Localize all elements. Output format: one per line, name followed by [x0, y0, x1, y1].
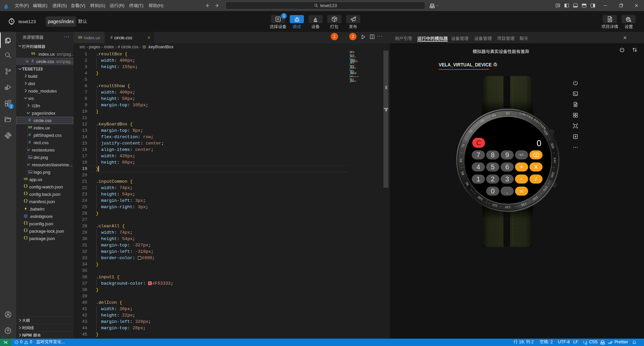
- svg-text:X: X: [534, 164, 538, 170]
- svg-text:-: -: [521, 175, 523, 182]
- svg-text:2: 2: [491, 175, 494, 183]
- svg-text:1: 1: [476, 175, 480, 183]
- svg-text:.: .: [506, 187, 508, 195]
- svg-text:0: 0: [491, 187, 494, 195]
- svg-text:7: 7: [476, 151, 480, 159]
- svg-text:120: 120: [505, 206, 511, 209]
- svg-text:9: 9: [505, 151, 509, 159]
- svg-text:240: 240: [553, 157, 557, 163]
- svg-text:6: 6: [505, 163, 509, 171]
- svg-text:60: 60: [506, 111, 509, 115]
- svg-text:3: 3: [505, 175, 509, 183]
- svg-text:C: C: [476, 139, 481, 147]
- svg-text:5: 5: [491, 163, 494, 171]
- svg-text:/: /: [535, 176, 537, 182]
- svg-text:8: 8: [491, 151, 494, 159]
- svg-text:=: =: [520, 188, 523, 194]
- svg-text:4: 4: [476, 163, 480, 171]
- svg-text:80: 80: [459, 158, 463, 162]
- svg-text:+/-: +/-: [519, 153, 524, 157]
- svg-text:0: 0: [537, 138, 541, 148]
- svg-text:+: +: [520, 163, 523, 170]
